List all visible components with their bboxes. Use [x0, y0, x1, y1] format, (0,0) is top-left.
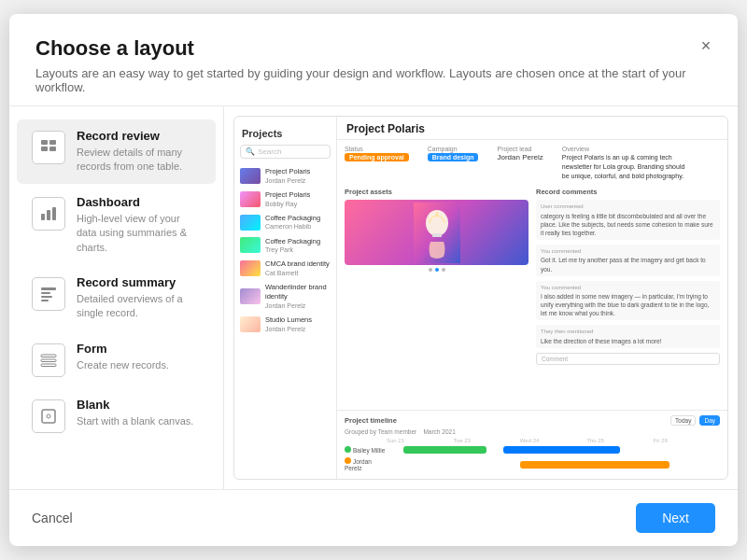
preview-sidebar-title: Projects	[234, 124, 336, 145]
svg-rect-13	[41, 364, 56, 367]
comment-item: User commented category is feeling a lit…	[536, 200, 720, 240]
project-lead-field: Project lead Jordan Perelz	[497, 146, 543, 180]
status-field: Status Pending approval	[345, 146, 409, 180]
list-item[interactable]: Project Polaris Jordan Perelz	[234, 164, 336, 188]
modal-title: Choose a layout	[35, 36, 712, 61]
layout-item-record-review[interactable]: Record review Review details of many rec…	[17, 119, 216, 184]
dashboard-icon	[32, 197, 65, 231]
layout-desc-record-review: Review details of many records from one …	[77, 146, 201, 175]
timeline-bars-bailey	[387, 445, 720, 455]
list-item-thumb	[240, 288, 261, 304]
preview-area: Projects 🔍 Search Project Polaris Jordan…	[224, 106, 738, 489]
svg-rect-8	[41, 292, 50, 294]
assets-comments: Project assets	[345, 188, 720, 364]
modal-subtitle: Layouts are an easy way to get started b…	[35, 66, 712, 94]
record-review-icon	[32, 131, 65, 164]
svg-rect-7	[41, 287, 56, 290]
svg-rect-5	[47, 210, 50, 220]
user-dot-jordan	[345, 457, 351, 464]
svg-rect-3	[49, 147, 56, 151]
next-button[interactable]: Next	[636, 503, 715, 533]
list-item[interactable]: Coffee Packaging Trey Park	[234, 234, 336, 258]
svg-rect-18	[432, 233, 442, 237]
timeline-bar-brand-design	[520, 461, 670, 469]
campaign-field: Campaign Brand design	[428, 146, 479, 180]
layout-name-record-summary: Record summary	[77, 275, 201, 289]
asset-image	[345, 200, 529, 265]
preview-main: Project Polaris Status Pending approval	[337, 117, 727, 479]
search-bar[interactable]: 🔍 Search	[240, 145, 331, 159]
timeline-section: Project timeline Today Day Grouped by Te…	[337, 410, 727, 479]
timeline-today-btn[interactable]: Today	[670, 415, 696, 426]
list-item[interactable]: Studio Lumens Jordan Perelz	[234, 313, 336, 336]
form-icon	[32, 343, 65, 377]
timeline-title: Project timeline	[345, 416, 397, 425]
modal: Choose a layout Layouts are an easy way …	[9, 14, 738, 546]
layout-desc-blank: Start with a blank canvas.	[77, 414, 193, 428]
svg-rect-9	[41, 296, 52, 298]
timeline-group-label: Grouped by Team member March 2021	[345, 428, 720, 435]
modal-body: Record review Review details of many rec…	[9, 106, 738, 489]
overview-value: Project Polaris is an up & coming tech n…	[562, 153, 693, 180]
project-lead-value: Jordan Perelz	[497, 153, 543, 161]
svg-rect-10	[41, 300, 49, 301]
list-item[interactable]: Project Polaris Bobby Ray	[234, 188, 336, 211]
svg-point-15	[47, 414, 50, 418]
comment-item: You commented Got it. Let me try another…	[536, 245, 720, 276]
comment-item: You commented I also added in some new i…	[536, 281, 720, 321]
timeline-row-jordan: Jordan Perelz	[345, 457, 720, 471]
close-button[interactable]: ×	[693, 33, 719, 59]
timeline-bar-brief	[403, 446, 486, 454]
list-item-thumb	[240, 215, 261, 231]
user-dot-bailey	[345, 446, 351, 453]
preview-sidebar: Projects 🔍 Search Project Polaris Jordan…	[234, 117, 337, 479]
layout-name-dashboard: Dashboard	[77, 195, 201, 209]
preview-inner: Projects 🔍 Search Project Polaris Jordan…	[234, 117, 727, 479]
assets-title: Project assets	[345, 188, 529, 196]
layout-item-record-summary[interactable]: Record summary Detailed overviews of a s…	[17, 266, 216, 330]
layout-item-form[interactable]: Form Create new records.	[17, 332, 216, 386]
svg-rect-0	[41, 140, 48, 145]
svg-rect-6	[52, 207, 56, 220]
layout-name-record-review: Record review	[77, 129, 201, 143]
svg-rect-12	[41, 359, 56, 362]
timeline-day-btn[interactable]: Day	[699, 415, 720, 426]
layout-desc-form: Create new records.	[77, 358, 169, 372]
list-item[interactable]: Wanderlinder brand identity Jordan Perel…	[234, 280, 336, 313]
layout-name-form: Form	[77, 342, 169, 356]
comments-title: Record comments	[536, 188, 720, 196]
timeline-bar-competitive	[503, 446, 620, 454]
list-item[interactable]: CMCA brand identity Cat Barnett	[234, 257, 336, 280]
main-record-title: Project Polaris	[346, 122, 425, 135]
campaign-badge: Brand design	[428, 153, 479, 161]
list-item-thumb	[240, 168, 261, 184]
layout-item-blank[interactable]: Blank Start with a blank canvas.	[17, 388, 216, 442]
asset-pagination	[345, 268, 529, 272]
layout-list: Record review Review details of many rec…	[9, 106, 224, 489]
comment-input[interactable]: Comment	[536, 353, 720, 365]
svg-rect-2	[41, 147, 48, 151]
svg-rect-11	[41, 355, 56, 357]
cancel-button[interactable]: Cancel	[32, 511, 73, 525]
preview-main-content: Status Pending approval Campaign Brand d…	[337, 140, 727, 410]
comments-section: Record comments User commented category …	[536, 188, 720, 364]
preview-main-header: Project Polaris	[337, 117, 727, 140]
record-meta: Status Pending approval Campaign Brand d…	[345, 146, 720, 180]
list-item-thumb	[240, 237, 261, 253]
list-item[interactable]: Coffee Packaging Cameron Habib	[234, 211, 336, 234]
timeline-row-bailey: Bailey Millie	[345, 445, 720, 455]
timeline-controls: Today Day	[670, 415, 720, 426]
assets-section: Project assets	[345, 188, 529, 364]
svg-rect-4	[41, 214, 45, 220]
timeline-days-header: Sun 21 Tue 23 Wed 24 Thu 25 Fri 26	[345, 438, 720, 443]
modal-header: Choose a layout Layouts are an easy way …	[9, 14, 738, 106]
layout-item-dashboard[interactable]: Dashboard High-level view of your data u…	[17, 186, 216, 264]
timeline-bars-jordan	[387, 460, 720, 469]
list-item-thumb	[240, 260, 261, 276]
layout-desc-record-summary: Detailed overviews of a single record.	[77, 292, 201, 321]
record-summary-icon	[32, 277, 65, 311]
overview-field: Overview Project Polaris is an up & comi…	[562, 146, 693, 180]
search-placeholder: Search	[258, 147, 281, 156]
svg-rect-14	[42, 410, 55, 423]
comment-item: They then mentioned Like the direction o…	[536, 325, 720, 347]
